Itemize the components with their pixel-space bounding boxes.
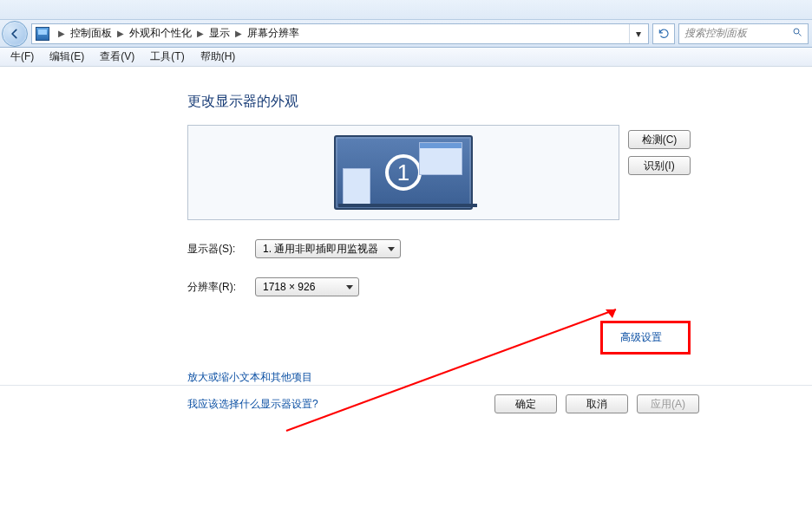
menu-help[interactable]: 帮助(H) [193,48,243,66]
svg-line-1 [799,34,802,36]
resolution-value: 1718 × 926 [263,281,315,293]
refresh-button[interactable] [652,23,675,44]
crumb-appearance[interactable]: 外观和个性化 [128,26,193,41]
separator [0,385,812,386]
arrow-left-icon [9,28,21,40]
chevron-right-icon: ▶ [58,29,65,38]
menu-edit[interactable]: 编辑(E) [43,48,91,66]
chevron-down-icon [346,285,353,290]
window-titlebar-strip [0,0,812,20]
page-title: 更改显示器的外观 [187,93,691,111]
monitor-thumbnail[interactable]: 1 [334,135,473,210]
monitor-preview-box: 1 [187,125,619,220]
content-area: 更改显示器的外观 1 检测(C) 识别(I) 显示器(S): 1. 通用非即插即… [0,67,812,514]
search-icon [792,27,802,40]
menu-view[interactable]: 查看(V) [93,48,141,66]
menu-tools[interactable]: 工具(T) [143,48,191,66]
apply-button[interactable]: 应用(A) [637,394,699,413]
monitor-number-badge: 1 [385,154,422,191]
chevron-down-icon [388,247,395,251]
address-bar: ▶ 控制面板 ▶ 外观和个性化 ▶ 显示 ▶ 屏幕分辨率 ▾ 搜索控制面板 [0,20,812,48]
display-value: 1. 通用非即插即用监视器 [263,242,378,257]
breadcrumb[interactable]: ▶ 控制面板 ▶ 外观和个性化 ▶ 显示 ▶ 屏幕分辨率 ▾ [31,23,649,44]
breadcrumb-dropdown[interactable]: ▾ [629,24,646,43]
detect-button[interactable]: 检测(C) [628,130,691,149]
refresh-icon [658,28,670,40]
chevron-right-icon: ▶ [235,29,242,38]
svg-point-0 [794,29,799,34]
search-placeholder: 搜索控制面板 [684,26,747,41]
crumb-display[interactable]: 显示 [207,26,232,41]
crumb-resolution[interactable]: 屏幕分辨率 [246,26,301,41]
advanced-link-highlight: 高级设置 [600,321,691,355]
mini-window-icon [419,142,462,175]
display-combobox[interactable]: 1. 通用非即插即用监视器 [255,239,401,258]
back-button[interactable] [2,21,28,47]
display-label: 显示器(S): [187,242,245,257]
menu-bar: 牛(F) 编辑(E) 查看(V) 工具(T) 帮助(H) [0,48,812,67]
mini-taskbar-icon [343,168,370,205]
chevron-right-icon: ▶ [117,29,124,38]
search-input[interactable]: 搜索控制面板 [678,23,809,44]
crumb-control-panel[interactable]: 控制面板 [69,26,114,41]
cancel-button[interactable]: 取消 [566,394,628,413]
advanced-settings-link[interactable]: 高级设置 [620,331,662,343]
menu-file[interactable]: 牛(F) [3,48,41,66]
ok-button[interactable]: 确定 [494,394,557,413]
resolution-label: 分辨率(R): [187,280,245,295]
control-panel-icon [36,27,49,41]
identify-button[interactable]: 识别(I) [628,156,691,175]
chevron-right-icon: ▶ [197,29,204,38]
resolution-combobox[interactable]: 1718 × 926 [255,277,359,296]
zoom-text-link[interactable]: 放大或缩小文本和其他项目 [187,370,691,385]
